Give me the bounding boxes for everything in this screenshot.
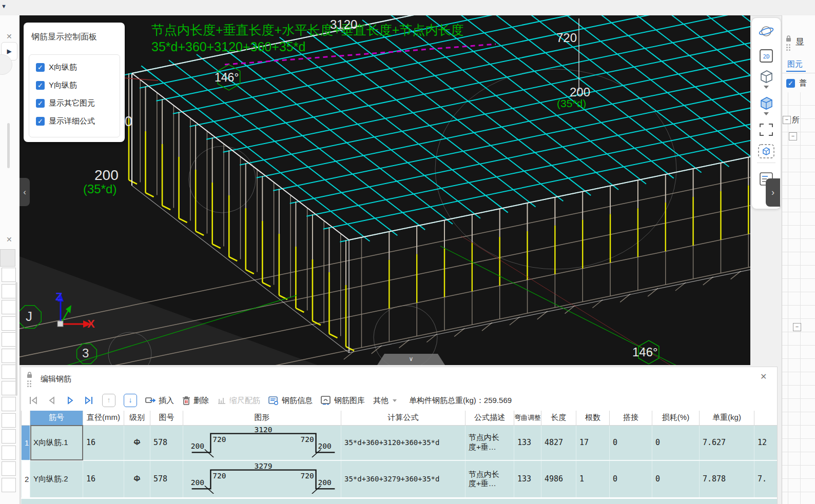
loss-cell[interactable]: 0: [652, 425, 700, 460]
chevron-down-icon[interactable]: [764, 112, 769, 115]
checked-checkbox-icon[interactable]: ✓: [36, 117, 45, 126]
isolate-element-button[interactable]: [756, 142, 777, 160]
move-down-button[interactable]: ↓: [124, 394, 137, 407]
bar-name-cell[interactable]: X向纵筋.1: [30, 425, 83, 460]
active-tab-underline: [786, 71, 806, 72]
checkbox-show-formula[interactable]: ✓ 显示详细公式: [36, 116, 95, 126]
row-number[interactable]: 1: [22, 425, 30, 460]
collapse-arrow-icon[interactable]: ▼: [1, 3, 7, 9]
close-icon[interactable]: ✕: [6, 33, 12, 40]
bend-adjust-cell[interactable]: 133: [514, 425, 541, 460]
first-row-button[interactable]: [28, 395, 38, 406]
row-cell[interactable]: [2, 365, 16, 379]
previous-row-button[interactable]: [47, 395, 57, 406]
row-cell[interactable]: [2, 478, 16, 492]
insert-button[interactable]: 插入: [145, 396, 174, 406]
formula-desc-cell[interactable]: 节点内长度+垂…: [465, 425, 514, 460]
orbit-icon: [759, 25, 774, 38]
length-cell[interactable]: 4986: [541, 460, 576, 498]
formula-desc-cell[interactable]: 节点内长度+垂…: [465, 460, 514, 498]
row-cell[interactable]: [2, 429, 16, 443]
row-cell[interactable]: [2, 316, 16, 331]
lock-icon[interactable]: [26, 371, 33, 380]
checked-checkbox-icon[interactable]: ✓: [36, 99, 45, 108]
shape-cell[interactable]: 200 720 3120 720 200: [183, 425, 341, 460]
unit-weight-cell[interactable]: 7.627: [700, 425, 754, 460]
row-cell[interactable]: [2, 381, 16, 395]
cube-view-button[interactable]: [756, 67, 777, 86]
2d-view-button[interactable]: 2D: [756, 47, 777, 65]
next-row-button[interactable]: [65, 395, 75, 406]
header-bend-adjust: 弯曲调整: [514, 411, 541, 425]
diameter-cell[interactable]: 16: [83, 425, 124, 460]
left-edge-expand-tab[interactable]: ‹: [20, 178, 30, 206]
total-weight-cell[interactable]: 7.: [754, 460, 778, 498]
edit-rebar-panel: 编辑钢筋 ✕ ↑ ↓ 插入: [21, 367, 778, 504]
figure-no-cell[interactable]: 578: [150, 460, 183, 498]
loss-cell[interactable]: 0: [652, 460, 700, 498]
bar-name-cell[interactable]: Y向纵筋.2: [30, 460, 83, 498]
row-cell[interactable]: [2, 461, 16, 476]
row-cell[interactable]: [2, 268, 16, 282]
checkbox-x-rebar[interactable]: ✓ X向纵筋: [36, 62, 77, 72]
checked-checkbox-icon[interactable]: ✓: [786, 79, 795, 88]
row-cell[interactable]: [2, 446, 16, 460]
shape-cell[interactable]: 200 720 3279 720 200: [183, 460, 341, 498]
chevron-down-icon[interactable]: [764, 86, 769, 89]
delete-button[interactable]: 删除: [182, 396, 209, 406]
count-cell[interactable]: 1: [576, 460, 610, 498]
unit-weight-cell[interactable]: 7.878: [700, 460, 754, 498]
panel-title: 钢筋显示控制面板: [31, 32, 97, 43]
formula-cell[interactable]: 35*d+360+3120+360+35*d: [341, 425, 465, 460]
tree-collapse-icon[interactable]: −: [793, 323, 801, 331]
dimension-200-right: 200: [570, 86, 590, 98]
row-cell[interactable]: [2, 284, 16, 298]
rebar-library-button[interactable]: 钢筋图库: [321, 396, 365, 406]
count-cell[interactable]: 17: [576, 425, 610, 460]
clipped-row-cell[interactable]: [22, 498, 778, 504]
total-weight-cell[interactable]: 12: [754, 425, 778, 460]
tree-collapse-icon[interactable]: −: [783, 116, 791, 124]
row-cell[interactable]: [2, 397, 16, 411]
checkbox-show-other[interactable]: ✓ 显示其它图元: [36, 98, 95, 108]
tab-element[interactable]: 图元: [787, 59, 803, 69]
close-icon[interactable]: ✕: [6, 236, 12, 243]
other-dropdown[interactable]: 其他: [373, 396, 397, 406]
3d-viewport[interactable]: 节点内长度+垂直长度+水平长度+垂直长度+节点内长度 35*d+360+3120…: [20, 15, 750, 365]
rebar-info-button[interactable]: 钢筋信息: [268, 396, 313, 406]
row-cell[interactable]: [2, 332, 16, 347]
grade-cell[interactable]: Φ: [124, 425, 150, 460]
drag-handle-icon[interactable]: [786, 44, 790, 51]
drag-handle-icon[interactable]: [27, 380, 31, 387]
checked-checkbox-icon[interactable]: ✓: [36, 63, 45, 72]
viewport-collapse-tab[interactable]: ∨: [377, 354, 445, 365]
lock-icon[interactable]: [785, 35, 792, 44]
formula-cell[interactable]: 35*d+360+3279+360+35*d: [341, 460, 465, 498]
grade-cell[interactable]: Φ: [124, 460, 150, 498]
checkbox-y-rebar[interactable]: ✓ Y向纵筋: [36, 80, 77, 90]
move-up-button[interactable]: ↑: [102, 394, 115, 407]
scrollbar-thumb[interactable]: [7, 123, 10, 168]
row-cell[interactable]: [2, 349, 16, 363]
row-cell[interactable]: [2, 300, 16, 314]
length-cell[interactable]: 4827: [541, 425, 576, 460]
figure-no-cell[interactable]: 578: [150, 425, 183, 460]
scrollbar-thumb[interactable]: [15, 282, 17, 396]
scale-rebar-button[interactable]: 缩尺配筋: [217, 396, 260, 406]
row-cell[interactable]: [2, 413, 16, 428]
last-row-button[interactable]: [84, 395, 94, 406]
bend-adjust-cell[interactable]: 133: [514, 460, 541, 498]
tree-collapse-icon[interactable]: −: [789, 132, 797, 140]
solid-cube-view-button[interactable]: [756, 94, 777, 112]
diameter-cell[interactable]: 16: [83, 460, 124, 498]
checked-checkbox-icon[interactable]: ✓: [36, 81, 45, 90]
lap-cell[interactable]: 0: [610, 460, 652, 498]
orbit-view-button[interactable]: [756, 22, 777, 41]
right-edge-expand-tab[interactable]: ›: [766, 178, 780, 207]
lap-cell[interactable]: 0: [610, 425, 652, 460]
zoom-extent-button[interactable]: [756, 120, 777, 139]
row-number[interactable]: 2: [22, 460, 30, 498]
close-icon[interactable]: ✕: [760, 373, 767, 380]
cube-filled-icon: [758, 95, 774, 111]
checkbox-common[interactable]: ✓ 普: [786, 78, 807, 88]
